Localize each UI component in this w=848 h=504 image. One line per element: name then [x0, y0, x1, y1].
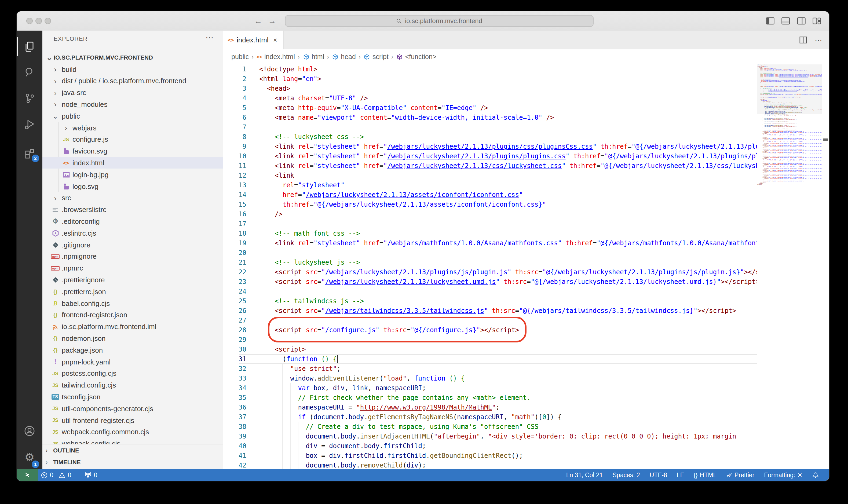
status-error[interactable]: 0: [38, 469, 56, 481]
status-spaces-2[interactable]: Spaces: 2: [608, 469, 645, 481]
extensions-icon[interactable]: 2: [17, 142, 42, 163]
code-line-11[interactable]: 11 <link rel="stylesheet" href="/webjars…: [223, 161, 757, 171]
code-line-14[interactable]: 14 href="/webjars/luckysheet/2.1.13/asse…: [223, 190, 757, 200]
remote-indicator[interactable]: [17, 469, 38, 481]
tree-item-public[interactable]: ⌄public: [42, 110, 223, 122]
tab-index-html[interactable]: <> index.html ×: [223, 31, 284, 49]
status-html[interactable]: {​}HTML: [689, 469, 721, 481]
tree-item-util-frontend-register-cjs[interactable]: JSutil-frontend-register.cjs: [42, 414, 223, 426]
minimap-slider[interactable]: [757, 65, 822, 114]
tree-item-pnpm-lock-yaml[interactable]: !pnpm-lock.yaml: [42, 356, 223, 368]
breadcrumb-item[interactable]: html: [303, 53, 324, 61]
code-line-10[interactable]: 10 <link rel="stylesheet" href="/webjars…: [223, 151, 757, 161]
run-and-debug-icon[interactable]: [17, 114, 42, 135]
code-line-1[interactable]: 1<!doctype html>: [223, 65, 757, 74]
tree-item--prettierignore[interactable]: .prettierignore: [42, 274, 223, 286]
tree-item-io-sc-platform-mvc-frontend-iml[interactable]: io.sc.platform.mvc.frontend.iml: [42, 321, 223, 332]
code-line-3[interactable]: 3 <head>: [223, 84, 757, 93]
accounts-icon[interactable]: [17, 420, 42, 442]
explorer-more-actions-icon[interactable]: ⋯: [205, 33, 214, 42]
explorer-icon[interactable]: [17, 36, 42, 57]
code-line-6[interactable]: 6 <meta name="viewport" content="width=d…: [223, 113, 757, 122]
tree-item-postcss-config-cjs[interactable]: JSpostcss.config.cjs: [42, 368, 223, 379]
tree-item--npmrc[interactable]: npm.npmrc: [42, 262, 223, 274]
tree-item-configure-js[interactable]: JSconfigure.js: [42, 134, 223, 145]
command-center-search[interactable]: io.sc.platform.mvc.frontend: [285, 15, 594, 27]
tree-item-webpack-config-common-cjs[interactable]: JSwebpack.config.common.cjs: [42, 426, 223, 438]
nav-forward-icon[interactable]: →: [267, 16, 277, 26]
code-line-7[interactable]: 7: [223, 122, 757, 132]
code-line-34[interactable]: 34 var box, div, link, namespaceURI;: [223, 383, 757, 393]
breadcrumb-item[interactable]: head: [332, 53, 356, 61]
tree-item--editorconfig[interactable]: ⚙.editorconfig: [42, 216, 223, 227]
code-line-19[interactable]: 19 <link rel="stylesheet" href="/webjars…: [223, 238, 757, 248]
zoom-window-button[interactable]: [44, 18, 51, 24]
code-line-5[interactable]: 5 <meta http-equiv="X-UA-Compatible" con…: [223, 103, 757, 113]
code-line-39[interactable]: 39 document.body.insertAdjacentHTML("aft…: [223, 432, 757, 441]
code-line-42[interactable]: 42 document.body.removeChild(div);: [223, 461, 757, 469]
tree-item-tailwind-config-cjs[interactable]: JStailwind.config.cjs: [42, 379, 223, 391]
code-line-36[interactable]: 36 namespaceURI = "http://www.w3.org/199…: [223, 402, 757, 412]
tab-close-icon[interactable]: ×: [271, 36, 279, 44]
code-line-22[interactable]: 22 <script src="/webjars/luckysheet/2.1.…: [223, 267, 757, 277]
code-line-16[interactable]: 16 />: [223, 209, 757, 219]
code-line-17[interactable]: 17: [223, 219, 757, 229]
code-line-4[interactable]: 4 <meta charset="UTF-8" />: [223, 93, 757, 103]
code-line-32[interactable]: 32 "use strict";: [223, 364, 757, 374]
status-warning[interactable]: 0: [56, 469, 74, 481]
code-line-35[interactable]: 35 // First check whether the page conta…: [223, 393, 757, 402]
code-line-21[interactable]: 21 <!-- luckysheet js -->: [223, 258, 757, 267]
tree-item--browserslistrc[interactable]: .browserslistrc: [42, 204, 223, 216]
tree-item-babel-config-cjs[interactable]: Bbabel.config.cjs: [42, 298, 223, 309]
toggle-sidebar-icon[interactable]: [765, 16, 775, 26]
toggle-panel-icon[interactable]: [781, 16, 791, 26]
tree-item--eslintrc-cjs[interactable]: .eslintrc.cjs: [42, 227, 223, 239]
close-window-button[interactable]: [26, 18, 33, 24]
status-formatting-[interactable]: Formatting:✕: [759, 469, 807, 481]
code-line-41[interactable]: 41 box = div.firstChild.firstChild.getBo…: [223, 451, 757, 461]
code-line-38[interactable]: 38 // Create a div to test mspace, using…: [223, 422, 757, 432]
status-ln-31-col-21[interactable]: Ln 31, Col 21: [561, 469, 608, 481]
code-line-40[interactable]: 40 div = document.body.firstChild;: [223, 441, 757, 451]
project-root-item[interactable]: ⌄ IO.SC.PLATFORM.MVC.FRONTEND: [42, 52, 223, 63]
tree-item-src[interactable]: ›src: [42, 192, 223, 204]
tree-item-util-components-generator-cjs[interactable]: JSutil-components-generator.cjs: [42, 402, 223, 414]
code-line-31[interactable]: 31 (function () {: [223, 354, 757, 364]
code-line-12[interactable]: 12 <link: [223, 171, 757, 180]
tree-item-build[interactable]: ›build: [42, 63, 223, 75]
settings-gear-icon[interactable]: ⚙ 1: [17, 446, 42, 468]
breadcrumb-item[interactable]: script: [363, 53, 389, 61]
minimize-window-button[interactable]: [35, 18, 42, 24]
timeline-section-header[interactable]: › TIMELINE: [42, 456, 223, 468]
status-prettier[interactable]: ✓✓Prettier: [721, 469, 759, 481]
status-tower[interactable]: 0: [82, 469, 100, 481]
code-line-15[interactable]: 15 th:href="@{/webjars/luckysheet/2.1.13…: [223, 200, 757, 209]
status-bell[interactable]: [807, 469, 824, 481]
tree-item-index-html[interactable]: <>index.html: [42, 157, 223, 169]
status-lf[interactable]: LF: [672, 469, 689, 481]
tree-item-nodemon-json[interactable]: {}nodemon.json: [42, 332, 223, 344]
editor-more-actions-icon[interactable]: ⋯: [815, 36, 823, 44]
tree-item--prettierrc-json[interactable]: {}.prettierrc.json: [42, 286, 223, 298]
code-line-26[interactable]: 26 <script src="/webjars/tailwindcss/3.3…: [223, 306, 757, 316]
code-line-18[interactable]: 18 <!-- math font css -->: [223, 229, 757, 238]
search-icon[interactable]: [17, 61, 42, 83]
nav-back-icon[interactable]: ←: [253, 16, 264, 26]
tree-item-login-bg-jpg[interactable]: login-bg.jpg: [42, 168, 223, 180]
code-line-24[interactable]: 24: [223, 287, 757, 296]
tree-item--npmignore[interactable]: npm.npmignore: [42, 251, 223, 263]
breadcrumb-item[interactable]: <>index.html: [256, 53, 295, 61]
code-line-9[interactable]: 9 <link rel="stylesheet" href="/webjars/…: [223, 142, 757, 151]
code-line-13[interactable]: 13 rel="stylesheet": [223, 180, 757, 190]
breadcrumb-item[interactable]: public: [231, 53, 249, 61]
minimap[interactable]: <!doctype html><html lang="en"> <head> <…: [757, 65, 822, 469]
code-line-8[interactable]: 8 <!-- luckysheet css -->: [223, 132, 757, 142]
tree-item-dist-public-io-sc-platform-mvc-frontend[interactable]: ›dist / public / io.sc.platform.mvc.fron…: [42, 75, 223, 87]
tree-item--gitignore[interactable]: .gitignore: [42, 239, 223, 251]
tree-item-package-json[interactable]: {}package.json: [42, 344, 223, 356]
source-control-icon[interactable]: [17, 88, 42, 109]
tree-item-java-src[interactable]: ›java-src: [42, 87, 223, 98]
outline-section-header[interactable]: › OUTLINE: [42, 444, 223, 456]
code-line-37[interactable]: 37 if (document.body.getElementsByTagNam…: [223, 412, 757, 422]
code-line-2[interactable]: 2<html lang="en">: [223, 74, 757, 84]
